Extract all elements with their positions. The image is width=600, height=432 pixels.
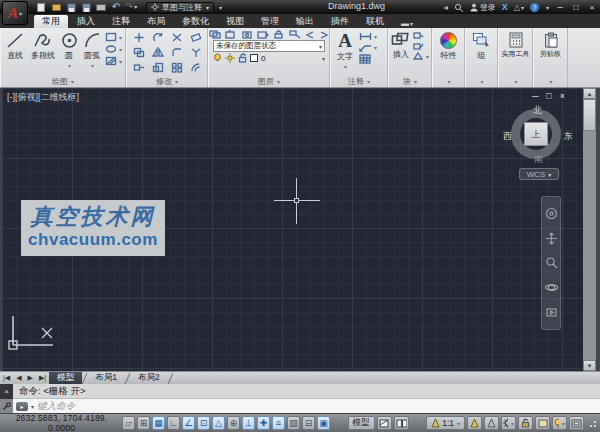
viewport-restore-button[interactable]: □ [546,91,551,101]
clipboard-button[interactable]: 剪贴板 [535,30,566,76]
window-resize-grip[interactable] [588,419,597,428]
last-layout-button[interactable]: ▶| [36,374,49,382]
rectangle-button[interactable] [105,32,122,42]
tab-online[interactable]: 联机 [358,15,392,28]
copy-button[interactable] [129,45,148,60]
new-file-button[interactable] [36,2,46,12]
command-history-line[interactable]: 命令: <栅格 开> [13,384,600,399]
viewcube[interactable]: 北 西 东 南 上 [507,102,569,166]
hatch-button[interactable] [105,56,122,66]
viewcube-west-label[interactable]: 西 [503,130,512,143]
current-layer-row[interactable]: 0 ▾ [213,53,325,63]
window-close-button[interactable]: × [587,3,597,12]
workspace-switch-button[interactable] [501,416,516,430]
explode-button[interactable] [186,45,205,60]
command-customize-button[interactable] [0,399,13,413]
exchange-apps-button[interactable]: X [502,2,508,12]
lock-toolbars-button[interactable] [518,416,533,430]
undo-button[interactable]: ↶ [111,2,121,12]
tab-output[interactable]: 输出 [288,15,322,28]
isolate-objects-button[interactable] [552,416,567,430]
navigation-bar[interactable] [541,196,561,330]
tab-model[interactable]: 模型 [49,372,82,385]
scale-button[interactable] [148,60,167,75]
viewcube-north-label[interactable]: 北 [533,104,542,117]
workspace-selector[interactable]: 草图与注释 [146,2,214,13]
tab-home[interactable]: 常用 [34,15,68,28]
layout-quickview-button[interactable] [377,416,392,430]
toggle-snap-mode[interactable]: ⊞ [137,416,150,430]
recent-commands-button[interactable]: ▸ [16,402,28,411]
toggle-transparency[interactable]: ▨ [287,416,300,430]
offset-button[interactable] [186,60,205,75]
search-icon[interactable] [454,3,464,12]
create-block-button[interactable] [413,32,429,40]
table-button[interactable] [359,54,377,64]
status-tray-button[interactable] [535,416,550,430]
circle-button[interactable]: 圆 [58,30,80,76]
toggle-polar-tracking[interactable]: ∠ [182,416,195,430]
command-input-row[interactable]: ▸ ▾ 键入命令 [13,399,600,413]
trim-button[interactable] [167,30,186,45]
toggle-object-snap-tracking[interactable]: ⊕ [227,416,240,430]
insert-block-button[interactable]: 插入 [390,30,412,76]
command-close-button[interactable]: × [0,384,13,399]
window-minimize-button[interactable]: ─ [555,3,565,12]
dimension-button[interactable] [359,32,377,41]
tab-layout1[interactable]: 布局1 [87,372,125,385]
redo-button[interactable]: ↷ [126,2,136,12]
leader-button[interactable] [359,43,377,52]
tab-plugins[interactable]: 插件 [323,15,357,28]
viewport-controls-label[interactable]: [-][俯视][二维线框] [7,91,79,104]
tab-layout[interactable]: 布局 [139,15,173,28]
tab-manage[interactable]: 管理 [253,15,287,28]
next-layout-button[interactable]: ▶ [25,374,36,382]
panel-draw-label[interactable]: 绘图 [1,76,125,87]
scroll-up-button[interactable]: ▲ [583,88,596,99]
line-button[interactable]: 直线 [2,30,28,76]
annotation-visibility-button[interactable] [467,416,482,430]
toggle-dynamic-input[interactable]: ✚ [257,416,270,430]
layer-state-icon[interactable] [319,30,329,39]
help-menu-button[interactable] [545,3,549,12]
panel-group-label[interactable] [466,76,497,87]
prev-layout-button[interactable]: ◀ [13,374,24,382]
layer-lock-icon[interactable] [273,30,285,39]
toggle-lineweight[interactable]: ≡ [272,416,285,430]
text-button[interactable]: A 文字 [332,30,358,76]
polyline-button[interactable]: 多段线 [28,30,58,76]
plot-button[interactable] [96,2,106,12]
toggle-object-snap[interactable]: ⊡ [197,416,210,430]
qat-customize-button[interactable] [218,4,222,11]
coordinates-readout[interactable]: 2632.5883, 1704.4189, 0.0000 [3,413,120,432]
toggle-dynamic-ucs[interactable]: ⊥ [242,416,255,430]
zoom-icon[interactable] [545,256,558,269]
annotation-autoscale-button[interactable] [484,416,499,430]
properties-button[interactable]: 特性 [434,30,463,76]
annotation-scale-button[interactable]: 1:1 [426,416,465,430]
layer-prev-icon[interactable] [305,30,315,39]
edit-block-button[interactable] [413,42,429,50]
panel-clipboard-label[interactable] [534,76,567,87]
stretch-button[interactable] [129,60,148,75]
panel-layers-label[interactable]: 图层 [209,76,329,87]
drawing-quickview-button[interactable] [394,416,409,430]
viewport-close-button[interactable]: × [560,91,565,101]
viewport-minimize-button[interactable]: ─ [532,91,538,101]
help-button[interactable]: ? [530,3,539,12]
layer-isolate-icon[interactable] [241,30,253,39]
toggle-3d-object-snap[interactable]: △ [212,416,225,430]
clean-screen-button[interactable] [569,416,584,430]
rotate-button[interactable] [148,30,167,45]
ellipse-button[interactable] [105,44,122,54]
tab-parametric[interactable]: 参数化 [174,15,217,28]
save-button[interactable] [66,2,76,12]
tab-layout2[interactable]: 布局2 [130,372,168,385]
toggle-infer-constraints[interactable]: ▱ [122,416,135,430]
layer-state-dropdown[interactable]: 未保存的图层状态▾ [213,40,325,52]
viewcube-east-label[interactable]: 东 [564,130,573,143]
block-attributes-button[interactable] [413,52,429,60]
fillet-button[interactable] [167,45,186,60]
tab-insert[interactable]: 插入 [69,15,103,28]
tab-annotate[interactable]: 注释 [104,15,138,28]
